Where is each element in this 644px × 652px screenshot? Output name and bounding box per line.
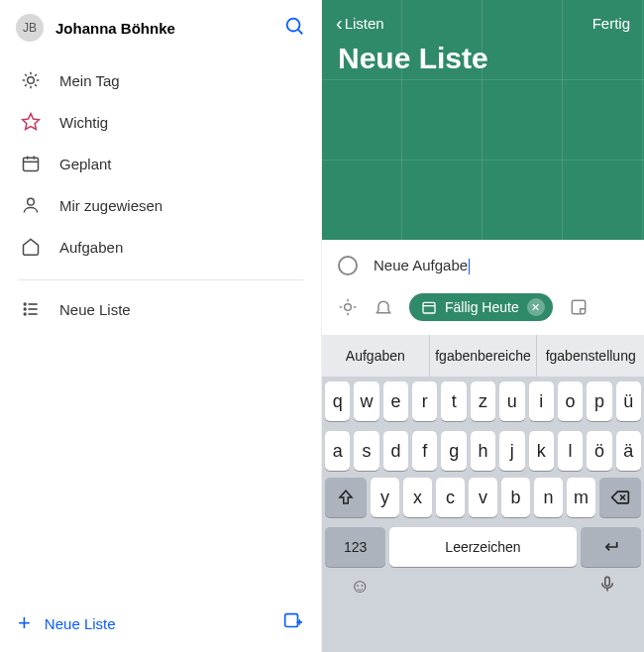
avatar[interactable]: JB bbox=[16, 14, 44, 42]
svg-rect-33 bbox=[572, 300, 585, 313]
svg-point-21 bbox=[24, 308, 26, 310]
key-d[interactable]: d bbox=[383, 431, 408, 471]
dictation-key[interactable] bbox=[598, 575, 616, 598]
reminder-icon[interactable] bbox=[374, 297, 393, 317]
key-l[interactable]: l bbox=[558, 431, 583, 471]
list-icon bbox=[20, 299, 42, 319]
new-list-button[interactable]: Neue Liste bbox=[45, 615, 281, 632]
key-s[interactable]: s bbox=[354, 431, 378, 471]
done-button[interactable]: Fertig bbox=[592, 15, 630, 32]
svg-point-26 bbox=[345, 304, 352, 311]
nav-planned[interactable]: Geplant bbox=[0, 143, 321, 184]
backspace-key[interactable] bbox=[599, 478, 641, 517]
keyboard: Aufgaben fgabenbereiche fgabenstellung q… bbox=[322, 335, 644, 652]
nav-label: Aufgaben bbox=[59, 239, 123, 256]
emoji-key[interactable]: ☺ bbox=[350, 575, 370, 598]
key-f[interactable]: f bbox=[412, 431, 437, 471]
key-k[interactable]: k bbox=[529, 431, 554, 471]
key-e[interactable]: e bbox=[383, 381, 408, 421]
svg-rect-12 bbox=[24, 158, 39, 170]
calendar-icon bbox=[20, 154, 42, 173]
task-checkbox[interactable] bbox=[338, 256, 358, 275]
due-label: Fällig Heute bbox=[445, 299, 519, 315]
key-u[interactable]: u bbox=[499, 381, 524, 421]
key-o[interactable]: o bbox=[558, 381, 583, 421]
key-r[interactable]: r bbox=[412, 381, 437, 421]
key-row: yxcvbnm bbox=[322, 476, 644, 522]
nav-tasks[interactable]: Aufgaben bbox=[0, 226, 321, 268]
star-icon bbox=[20, 112, 42, 132]
space-key[interactable]: Leerzeichen bbox=[389, 527, 576, 567]
nav-important[interactable]: Wichtig bbox=[0, 101, 321, 143]
svg-marker-11 bbox=[23, 114, 40, 130]
svg-line-10 bbox=[35, 74, 37, 76]
key-row: qwertzuiopü bbox=[322, 377, 644, 426]
key-a[interactable]: a bbox=[325, 431, 350, 471]
suggestion[interactable]: fgabenbereiche bbox=[430, 335, 538, 377]
task-input[interactable]: Neue Aufgabe bbox=[374, 257, 470, 274]
key-p[interactable]: p bbox=[587, 381, 611, 421]
svg-rect-23 bbox=[285, 614, 298, 627]
key-x[interactable]: x bbox=[403, 478, 432, 517]
due-date-pill[interactable]: Fällig Heute ✕ bbox=[409, 293, 553, 321]
back-label: Listen bbox=[345, 15, 384, 32]
suggestion[interactable]: Aufgaben bbox=[322, 335, 430, 377]
key-ä[interactable]: ä bbox=[616, 431, 641, 471]
svg-line-1 bbox=[298, 30, 302, 34]
suggestions-bar: Aufgaben fgabenbereiche fgabenstellung bbox=[322, 335, 644, 377]
key-m[interactable]: m bbox=[567, 478, 595, 517]
key-ü[interactable]: ü bbox=[616, 381, 641, 421]
svg-point-16 bbox=[28, 198, 35, 205]
user-name[interactable]: Johanna Böhnke bbox=[55, 20, 283, 37]
sun-icon bbox=[20, 70, 42, 90]
note-icon[interactable] bbox=[569, 297, 589, 317]
sidebar: JB Johanna Böhnke Mein Tag Wichtig Gepla… bbox=[0, 0, 322, 652]
svg-point-22 bbox=[24, 313, 26, 315]
svg-rect-36 bbox=[605, 577, 610, 586]
key-i[interactable]: i bbox=[529, 381, 554, 421]
nav-list: Mein Tag Wichtig Geplant Mir zugewiesen … bbox=[0, 55, 321, 272]
key-ö[interactable]: ö bbox=[587, 431, 611, 471]
key-w[interactable]: w bbox=[354, 381, 378, 421]
key-b[interactable]: b bbox=[501, 478, 530, 517]
key-v[interactable]: v bbox=[469, 478, 497, 517]
key-n[interactable]: n bbox=[534, 478, 563, 517]
task-toolbar: Fällig Heute ✕ bbox=[322, 285, 644, 335]
custom-list-item[interactable]: Neue Liste bbox=[0, 288, 321, 330]
add-list-icon[interactable] bbox=[281, 610, 303, 636]
plus-icon[interactable]: + bbox=[18, 610, 31, 636]
key-t[interactable]: t bbox=[441, 381, 466, 421]
nav-my-day[interactable]: Mein Tag bbox=[0, 59, 321, 101]
clear-due-icon[interactable]: ✕ bbox=[527, 298, 545, 316]
nav-assigned[interactable]: Mir zugewiesen bbox=[0, 184, 321, 226]
key-j[interactable]: j bbox=[499, 431, 524, 471]
return-key[interactable] bbox=[581, 527, 641, 567]
chevron-left-icon: ‹ bbox=[336, 12, 343, 35]
svg-point-0 bbox=[287, 19, 300, 32]
keyboard-bottom: ☺ bbox=[322, 575, 644, 605]
home-icon bbox=[20, 237, 42, 257]
svg-rect-31 bbox=[423, 302, 435, 313]
key-y[interactable]: y bbox=[371, 478, 399, 517]
suggestion[interactable]: fgabenstellung bbox=[537, 335, 644, 377]
svg-point-2 bbox=[28, 77, 35, 84]
list-title[interactable]: Neue Liste bbox=[336, 42, 630, 75]
key-h[interactable]: h bbox=[471, 431, 495, 471]
back-button[interactable]: ‹ Listen bbox=[336, 12, 592, 35]
divider bbox=[18, 279, 303, 280]
key-g[interactable]: g bbox=[441, 431, 466, 471]
nav-label: Mein Tag bbox=[59, 72, 120, 89]
myday-icon[interactable] bbox=[338, 297, 358, 317]
search-icon[interactable] bbox=[283, 15, 305, 41]
key-z[interactable]: z bbox=[471, 381, 495, 421]
shift-key[interactable] bbox=[325, 478, 367, 517]
numeric-key[interactable]: 123 bbox=[325, 527, 385, 567]
sidebar-header: JB Johanna Böhnke bbox=[0, 0, 321, 55]
key-row: 123 Leerzeichen bbox=[322, 522, 644, 575]
svg-line-7 bbox=[25, 74, 27, 76]
detail-panel: ‹ Listen Fertig Neue Liste Neue Aufgabe … bbox=[322, 0, 644, 652]
custom-list-label: Neue Liste bbox=[59, 301, 131, 318]
key-c[interactable]: c bbox=[436, 478, 465, 517]
key-q[interactable]: q bbox=[325, 381, 350, 421]
new-task-row[interactable]: Neue Aufgabe bbox=[322, 240, 644, 285]
